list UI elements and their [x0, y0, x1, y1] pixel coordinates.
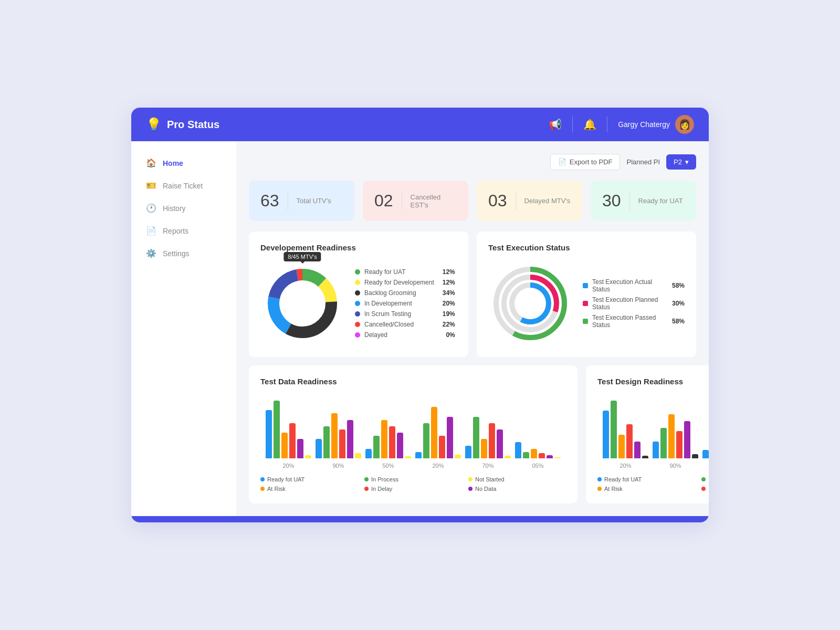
test-execution-legend: Test Execution Actual Status 58% Test Ex… — [583, 278, 685, 329]
sidebar-item-home[interactable]: 🏠 Home — [131, 152, 236, 174]
bar — [439, 436, 445, 458]
bar — [347, 420, 353, 458]
concentric-circles-svg — [488, 261, 572, 345]
legend-item: Delayed 0% — [355, 331, 455, 339]
sidebar-item-raise-ticket[interactable]: 🎫 Raise Ticket — [131, 174, 236, 197]
bar — [547, 455, 553, 458]
bar — [642, 456, 648, 458]
bar — [465, 446, 471, 458]
test-data-title: Test Data Readiness — [260, 377, 566, 386]
pi-select-button[interactable]: P2 ▾ — [666, 154, 696, 170]
bar — [266, 410, 272, 458]
bar — [515, 442, 521, 458]
legend-dot — [355, 280, 360, 285]
notification-icon[interactable]: 🔔 — [583, 118, 596, 131]
bar — [331, 413, 338, 458]
mtv-value: 03 — [488, 191, 507, 211]
bar — [489, 423, 495, 458]
bar — [305, 455, 311, 458]
bar — [415, 452, 422, 458]
test-design-readiness-card: Test Design Readiness 20% 90% 50% 20% 70… — [586, 365, 709, 503]
bar-group — [266, 401, 311, 458]
donut-container: 8/45 MTV's — [260, 261, 344, 345]
circles-svg — [488, 261, 572, 345]
bar — [473, 417, 479, 458]
planned-pi-label: Planned PI — [626, 158, 660, 166]
bar — [289, 423, 296, 458]
stat-card-utv: 63 Total UTV's — [249, 181, 354, 221]
bar — [381, 420, 387, 458]
user-profile[interactable]: Gargy Chatergy 👩 — [618, 115, 694, 134]
stat-card-est: 02 Cancelled EST's — [363, 181, 468, 221]
donut-wrapper: 8/45 MTV's — [260, 261, 457, 345]
bar — [405, 456, 411, 458]
app-title: Pro Status — [167, 119, 219, 131]
legend-item: Test Execution Passed Status 58% — [583, 314, 685, 329]
bar-group — [415, 407, 461, 458]
bar — [505, 456, 511, 458]
test-execution-title: Test Execution Status — [488, 243, 685, 252]
mtv-label: Delayed MTV's — [524, 197, 571, 205]
bar — [316, 439, 322, 458]
legend-dot — [355, 301, 360, 306]
legend-item: Ready for Developement 12% — [355, 279, 455, 286]
bar — [660, 428, 667, 458]
user-name: Gargy Chatergy — [618, 120, 670, 129]
bar — [274, 401, 280, 458]
chevron-down-icon: ▾ — [685, 158, 689, 166]
reports-icon: 📄 — [146, 226, 156, 236]
donut-tooltip: 8/45 MTV's — [284, 252, 321, 261]
bar-group — [702, 421, 709, 458]
est-value: 02 — [374, 191, 393, 211]
bar — [692, 454, 698, 458]
bar — [389, 426, 395, 458]
main-layout: 🏠 Home 🎫 Raise Ticket 🕐 History 📄 Report… — [131, 141, 709, 516]
bar — [455, 455, 461, 458]
bar — [668, 414, 675, 458]
sidebar-item-reports[interactable]: 📄 Reports — [131, 219, 236, 242]
legend-dot — [583, 301, 588, 306]
header-actions: 📢 🔔 Gargy Chatergy 👩 — [549, 115, 694, 134]
legend-item: Test Execution Planned Status 30% — [583, 296, 685, 311]
export-pdf-button[interactable]: 📄 Export to PDF — [550, 154, 621, 170]
uat-label: Ready for UAT — [638, 197, 683, 205]
legend-item: Test Execution Actual Status 58% — [583, 278, 685, 293]
dev-readiness-legend: Ready for UAT 12% Ready for Developement… — [355, 268, 455, 339]
bar — [481, 439, 487, 458]
announcement-icon[interactable]: 📢 — [549, 118, 562, 131]
dev-readiness-title: Developement Readiness — [260, 243, 457, 252]
app-logo: 💡 Pro Status — [146, 117, 219, 132]
divider2 — [607, 117, 607, 132]
bar — [365, 449, 372, 458]
header: 💡 Pro Status 📢 🔔 Gargy Chatergy 👩 — [131, 108, 709, 141]
sidebar-home-label: Home — [163, 159, 183, 167]
legend-dot — [583, 283, 588, 288]
bar — [423, 423, 429, 458]
utv-value: 63 — [260, 191, 279, 211]
sidebar-item-history[interactable]: 🕐 History — [131, 197, 236, 219]
bar — [634, 442, 640, 458]
ticket-icon: 🎫 — [146, 181, 156, 191]
bar — [653, 442, 659, 458]
chart-legend-data: Ready fot UAT In Process Not Started At … — [260, 476, 566, 492]
main-content: 📄 Export to PDF Planned PI P2 ▾ 63 Total… — [236, 141, 709, 516]
bar-group — [465, 417, 511, 458]
legend-dot — [355, 332, 360, 338]
legend-dot — [355, 311, 360, 317]
avatar: 👩 — [675, 115, 694, 134]
bar-group — [316, 413, 361, 458]
sidebar-item-settings[interactable]: ⚙️ Settings — [131, 242, 236, 265]
bar — [702, 450, 709, 458]
logo-icon: 💡 — [146, 117, 162, 132]
uat-value: 30 — [602, 191, 621, 211]
test-data-readiness-card: Test Data Readiness 20% 90% 50% 20% 70% … — [249, 365, 578, 503]
sidebar-history-label: History — [163, 204, 186, 213]
sidebar: 🏠 Home 🎫 Raise Ticket 🕐 History 📄 Report… — [131, 141, 236, 516]
bar-labels-design: 20% 90% 50% 20% 70% 05% — [597, 463, 709, 469]
bar — [554, 457, 561, 458]
sidebar-reports-label: Reports — [163, 227, 188, 235]
bar — [618, 435, 625, 458]
legend-item: Backlog Grooming 34% — [355, 289, 455, 297]
bar-group — [515, 442, 561, 458]
home-icon: 🏠 — [146, 158, 156, 168]
